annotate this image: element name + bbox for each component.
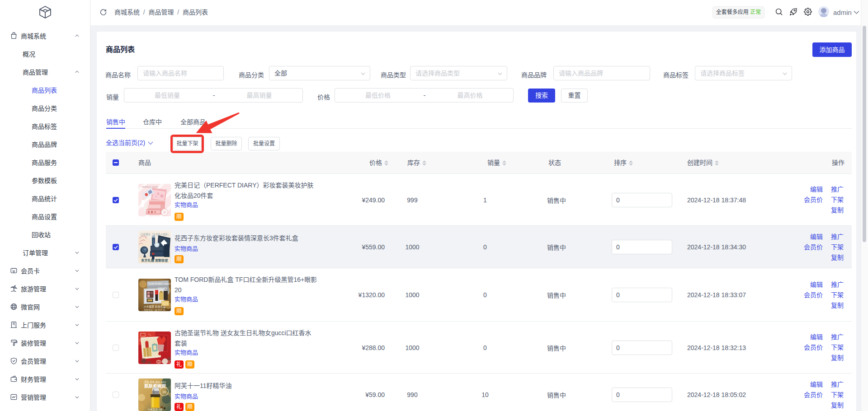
- svg-text:明星单品一盒 MAX 01: 明星单品一盒 MAX 01: [144, 308, 165, 312]
- svg-text:TOM FORD | Gucci: TOM FORD | Gucci: [148, 282, 171, 285]
- svg-text:东方礼赠 定制妆奁: 东方礼赠 定制妆奁: [141, 258, 168, 262]
- svg-text:花西子「东方佳人妆奁」: 花西子「东方佳人妆奁」: [143, 233, 170, 236]
- svg-text:沙木理至 彩妆礼盒: 沙木理至 彩妆礼盒: [143, 305, 166, 308]
- svg-text:GUCCI: GUCCI: [162, 360, 171, 364]
- svg-text:PERFECT DIARY: PERFECT DIARY: [142, 186, 159, 188]
- svg-text:30: 30: [162, 390, 167, 394]
- svg-text:十米狂欢 5折: 十米狂欢 5折: [148, 408, 163, 411]
